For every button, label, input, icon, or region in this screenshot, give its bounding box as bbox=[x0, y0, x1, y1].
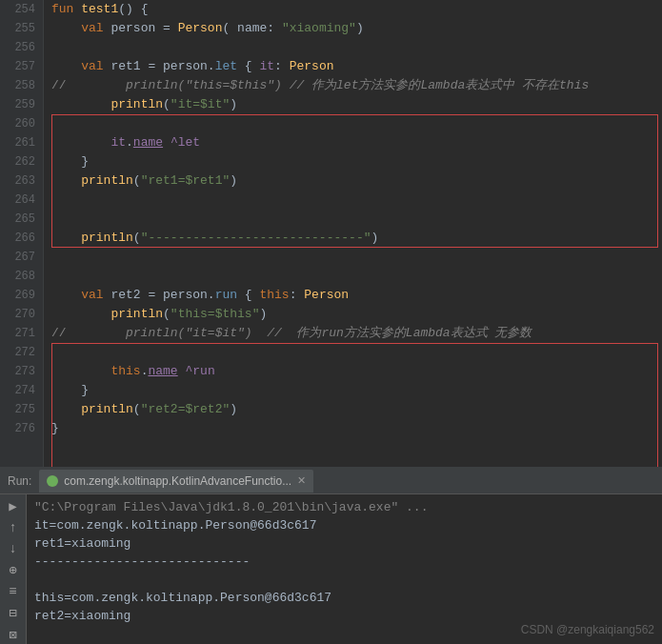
token-punc: : bbox=[274, 57, 290, 76]
output-line: ret1=xiaoming bbox=[34, 534, 654, 553]
line-number: 262 bbox=[8, 152, 35, 171]
token-fn: println bbox=[110, 95, 163, 114]
token-param-name: name bbox=[237, 19, 267, 38]
token-punc bbox=[51, 286, 81, 305]
token-punc: ( bbox=[163, 305, 171, 324]
token-str: "xiaoming" bbox=[282, 19, 356, 38]
editor-area: 2542552562572582592602612622632642652662… bbox=[0, 0, 662, 467]
code-line: val ret2 = person.run { this: Person bbox=[51, 286, 662, 305]
token-gray: // bbox=[51, 324, 126, 343]
code-line: println("it=$it") bbox=[51, 95, 662, 114]
line-number: 268 bbox=[8, 267, 35, 286]
token-str: "it=$it" bbox=[171, 95, 230, 114]
output-sidebar: ▶↑↓⊕≡⊟⊠ bbox=[0, 494, 27, 644]
line-number: 264 bbox=[8, 191, 35, 210]
run-panel: Run: com.zengk.koltinapp.KotlinAdvanceFu… bbox=[0, 467, 662, 644]
token-kw: val bbox=[81, 19, 110, 38]
token-fn: Person bbox=[304, 286, 349, 305]
line-number: 271 bbox=[8, 324, 35, 343]
token-kw: val bbox=[81, 286, 110, 305]
output-line: ----------------------------- bbox=[34, 553, 654, 571]
output-line: "C:\Program Files\Java\jdk1.8.0_201\bin\… bbox=[34, 498, 654, 516]
code-line: println("this=$this") bbox=[51, 305, 662, 324]
token-fn: println bbox=[110, 305, 163, 324]
token-punc: : bbox=[290, 286, 305, 305]
line-number: 254 bbox=[8, 0, 35, 19]
output-line: this=com.zengk.koltinapp.Person@66d3c617 bbox=[34, 589, 654, 607]
run-button[interactable]: ▶ bbox=[4, 498, 23, 514]
token-punc: : bbox=[267, 19, 282, 38]
watermark: CSDN @zengkaiqiang562 bbox=[521, 623, 654, 636]
run-tab-label: com.zengk.koltinapp.KotlinAdvanceFunctio… bbox=[64, 474, 291, 488]
token-punc: { bbox=[237, 286, 259, 305]
scroll-down-button[interactable]: ↓ bbox=[4, 541, 23, 556]
print-button[interactable]: ⊟ bbox=[4, 605, 23, 621]
line-number: 255 bbox=[8, 19, 35, 38]
line-number: 267 bbox=[8, 248, 35, 267]
token-fn: Person bbox=[178, 19, 223, 38]
token-gray: // bbox=[51, 76, 126, 95]
line-number: 274 bbox=[8, 381, 35, 400]
token-punc: ( bbox=[222, 19, 237, 38]
token-this-kw: this bbox=[259, 286, 289, 305]
line-number: 273 bbox=[8, 362, 35, 381]
token-punc: () { bbox=[118, 0, 148, 19]
token-method: run bbox=[215, 286, 237, 305]
code-area: fun test1() { val person = Person( name:… bbox=[44, 0, 662, 467]
code-line: fun test1() { bbox=[51, 0, 662, 19]
code-line bbox=[51, 248, 662, 267]
line-number: 265 bbox=[8, 210, 35, 229]
scroll-up-button[interactable]: ↑ bbox=[4, 520, 23, 535]
token-punc: ret2 = person. bbox=[110, 286, 214, 305]
close-icon[interactable]: ✕ bbox=[297, 474, 306, 487]
code-line: // println("this=$this") // 作为let方法实参的La… bbox=[51, 76, 662, 95]
token-punc: ret1 = person. bbox=[110, 57, 214, 76]
run-label: Run: bbox=[8, 474, 31, 488]
token-punc: ) bbox=[259, 305, 267, 324]
output-area: ▶↑↓⊕≡⊟⊠ "C:\Program Files\Java\jdk1.8.0_… bbox=[0, 494, 662, 644]
line-number: 270 bbox=[8, 305, 35, 324]
line-number: 276 bbox=[8, 419, 35, 438]
align-button[interactable]: ≡ bbox=[4, 584, 23, 599]
token-punc: { bbox=[237, 57, 259, 76]
token-fn: Person bbox=[290, 57, 334, 76]
run-tab-icon bbox=[47, 475, 58, 487]
token-var: it bbox=[259, 57, 274, 76]
token-comment: println("this=$this") // 作为let方法实参的Lambd… bbox=[126, 76, 589, 95]
line-number: 272 bbox=[8, 343, 35, 362]
token-comment: println("it=$it") // 作为run方法实参的Lambda表达式… bbox=[126, 324, 532, 343]
line-number: 257 bbox=[8, 57, 35, 76]
line-number: 258 bbox=[8, 76, 35, 95]
token-str: "this=$this" bbox=[171, 305, 260, 324]
line-number: 260 bbox=[8, 114, 35, 133]
token-punc bbox=[51, 57, 81, 76]
token-punc: person = bbox=[110, 19, 177, 38]
token-punc bbox=[51, 305, 110, 324]
code-line: // println("it=$it") // 作为run方法实参的Lambda… bbox=[51, 324, 662, 343]
line-number: 263 bbox=[8, 171, 35, 191]
token-punc: ) bbox=[230, 95, 237, 114]
run-tab[interactable]: com.zengk.koltinapp.KotlinAdvanceFunctio… bbox=[39, 470, 313, 493]
snapshot-button[interactable]: ⊕ bbox=[4, 562, 23, 578]
token-fn: test1 bbox=[81, 0, 118, 19]
line-number: 275 bbox=[8, 400, 35, 419]
token-punc: ( bbox=[163, 95, 171, 114]
token-punc bbox=[51, 19, 81, 38]
line-number: 256 bbox=[8, 38, 35, 57]
line-number: 259 bbox=[8, 95, 35, 114]
line-number: 266 bbox=[8, 229, 35, 248]
code-line bbox=[51, 267, 662, 286]
token-kw: val bbox=[81, 57, 110, 76]
clear-button[interactable]: ⊠ bbox=[4, 627, 23, 643]
output-content: "C:\Program Files\Java\jdk1.8.0_201\bin\… bbox=[27, 494, 662, 644]
output-line bbox=[34, 571, 654, 589]
token-punc bbox=[51, 95, 110, 114]
line-number: 269 bbox=[8, 286, 35, 305]
token-method: let bbox=[215, 57, 237, 76]
red-box-2 bbox=[51, 343, 658, 467]
red-box-1 bbox=[51, 114, 658, 248]
ide-window: 2542552562572582592602612622632642652662… bbox=[0, 0, 662, 644]
token-kw: fun bbox=[51, 0, 81, 19]
code-line: val ret1 = person.let { it: Person bbox=[51, 57, 662, 76]
run-tab-bar: Run: com.zengk.koltinapp.KotlinAdvanceFu… bbox=[0, 468, 662, 494]
